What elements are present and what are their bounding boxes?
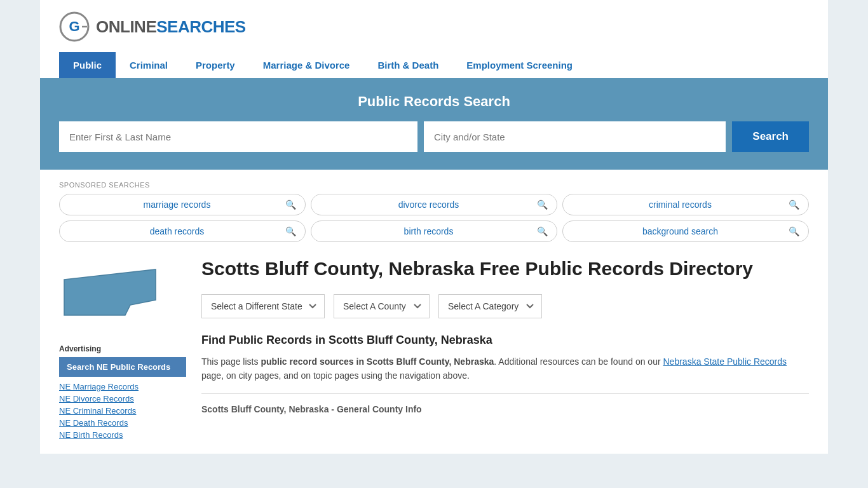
sponsored-item-divorce-text: divorce records <box>320 200 537 210</box>
logo-text-online: ONLINE <box>96 17 156 36</box>
sidebar-link-death[interactable]: NE Death Records <box>59 418 186 428</box>
search-button[interactable]: Search <box>732 121 809 152</box>
sponsored-item-birth[interactable]: birth records 🔍 <box>311 220 557 242</box>
desc-part1: This page lists <box>201 356 261 367</box>
find-records-title: Find Public Records in Scotts Bluff Coun… <box>201 334 809 347</box>
ad-highlight-box[interactable]: Search NE Public Records <box>59 357 186 377</box>
location-search-input[interactable] <box>424 121 726 152</box>
find-records-description: This page lists public record sources in… <box>201 355 809 383</box>
advertising-label: Advertising <box>59 344 186 353</box>
sponsored-item-death[interactable]: death records 🔍 <box>59 220 306 242</box>
desc-link[interactable]: Nebraska State Public Records <box>663 356 787 367</box>
advertising-section: Advertising Search NE Public Records NE … <box>59 344 186 440</box>
brand-logo-icon: G <box>59 11 90 42</box>
svg-marker-2 <box>64 269 156 315</box>
page-title: Scotts Bluff County, Nebraska Free Publi… <box>201 257 809 280</box>
sponsored-item-death-text: death records <box>69 226 285 236</box>
search-icon: 🔍 <box>789 200 799 210</box>
sponsored-item-criminal-text: criminal records <box>572 200 789 210</box>
section-divider <box>201 393 809 394</box>
main-nav: Public Criminal Property Marriage & Divo… <box>59 52 809 78</box>
sponsored-item-criminal[interactable]: criminal records 🔍 <box>562 194 809 215</box>
search-icon: 🔍 <box>537 226 548 236</box>
left-sidebar: Advertising Search NE Public Records NE … <box>59 257 186 442</box>
sponsored-item-birth-text: birth records <box>320 226 537 236</box>
nebraska-map <box>59 257 161 327</box>
general-info-heading: Scotts Bluff County, Nebraska - General … <box>201 399 809 417</box>
name-search-input[interactable] <box>59 121 417 152</box>
header: G ONLINESEARCHES Public Criminal Propert… <box>40 0 828 78</box>
sponsored-item-background-text: background search <box>572 226 789 236</box>
desc-part3: page, on city pages, and on topic pages … <box>201 370 470 381</box>
search-icon: 🔍 <box>285 226 296 236</box>
sponsored-item-marriage-text: marriage records <box>69 200 285 210</box>
sponsored-label: SPONSORED SEARCHES <box>59 181 809 189</box>
search-banner: Public Records Search Search <box>40 78 828 170</box>
nav-item-birth-death[interactable]: Birth & Death <box>363 52 452 78</box>
sponsored-grid: marriage records 🔍 divorce records 🔍 cri… <box>59 194 809 242</box>
county-dropdown[interactable]: Select A County <box>334 294 430 318</box>
logo-text-searches: SEARCHES <box>156 17 245 36</box>
desc-part2: . Additional resources can be found on o… <box>494 356 663 367</box>
search-icon: 🔍 <box>285 200 296 210</box>
sidebar-link-criminal[interactable]: NE Criminal Records <box>59 406 186 416</box>
category-dropdown[interactable]: Select A Category <box>438 294 542 318</box>
sidebar-link-divorce[interactable]: NE Divorce Records <box>59 394 186 403</box>
nav-item-public[interactable]: Public <box>59 52 116 78</box>
main-content: SPONSORED SEARCHES marriage records 🔍 di… <box>40 170 828 454</box>
sponsored-item-background[interactable]: background search 🔍 <box>562 220 809 242</box>
sponsored-item-marriage[interactable]: marriage records 🔍 <box>59 194 306 215</box>
svg-text:G: G <box>69 18 79 34</box>
nav-item-marriage-divorce[interactable]: Marriage & Divorce <box>249 52 364 78</box>
main-column: Scotts Bluff County, Nebraska Free Publi… <box>201 257 809 442</box>
sidebar-link-marriage[interactable]: NE Marriage Records <box>59 382 186 391</box>
sidebar-link-birth[interactable]: NE Birth Records <box>59 430 186 440</box>
state-dropdown[interactable]: Select a Different State <box>201 294 325 318</box>
search-form: Search <box>59 121 809 152</box>
sponsored-item-divorce[interactable]: divorce records 🔍 <box>311 194 557 215</box>
logo-area: G ONLINESEARCHES <box>59 11 809 42</box>
search-icon: 🔍 <box>537 200 548 210</box>
dropdowns-row: Select a Different State Select A County… <box>201 294 809 318</box>
content-section: Advertising Search NE Public Records NE … <box>59 257 809 442</box>
nav-item-employment[interactable]: Employment Screening <box>452 52 587 78</box>
desc-bold: public record sources in Scotts Bluff Co… <box>261 356 494 367</box>
search-icon: 🔍 <box>789 226 799 236</box>
nav-item-property[interactable]: Property <box>182 52 249 78</box>
search-banner-title: Public Records Search <box>59 93 809 110</box>
nav-item-criminal[interactable]: Criminal <box>116 52 182 78</box>
